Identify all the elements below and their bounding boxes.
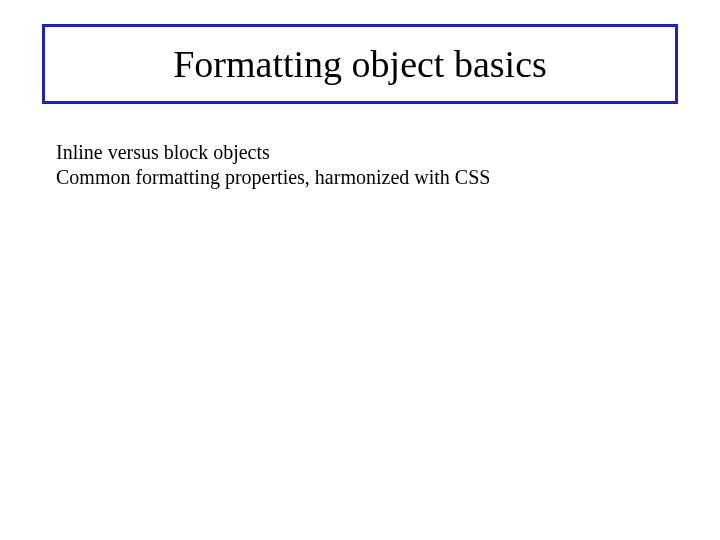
title-box: Formatting object basics xyxy=(42,24,678,104)
slide-title: Formatting object basics xyxy=(173,42,547,86)
body-line-2: Common formatting properties, harmonized… xyxy=(56,165,676,190)
body-line-1: Inline versus block objects xyxy=(56,140,676,165)
body-content: Inline versus block objects Common forma… xyxy=(56,140,676,190)
